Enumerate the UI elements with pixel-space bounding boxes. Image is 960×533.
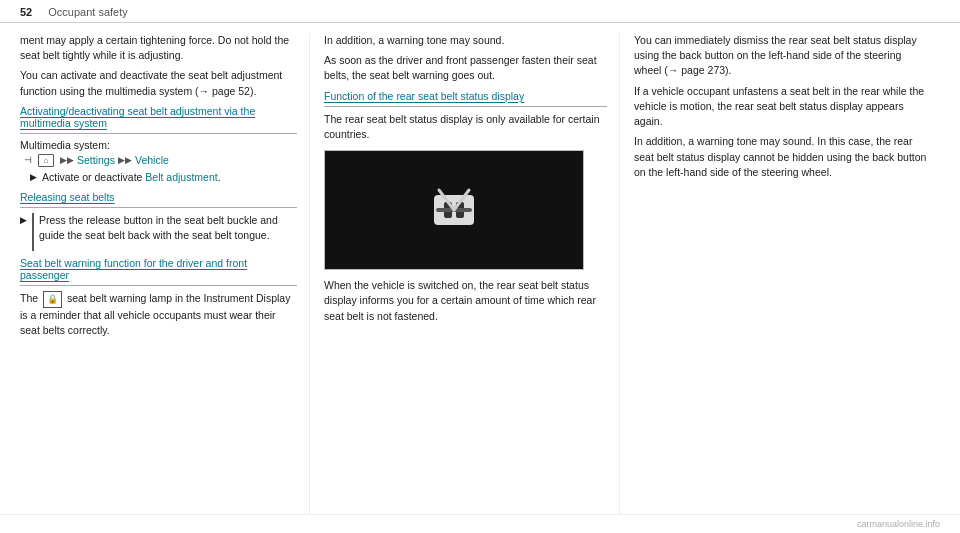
section1-heading: Activating/deactivating seat belt adjust…	[20, 105, 297, 129]
mid-column: In addition, a warning tone may sound. A…	[310, 33, 620, 514]
bullet-bar	[32, 213, 34, 251]
multimedia-bullet: ▶ Activate or deactivate Belt adjustment…	[20, 170, 297, 185]
seatbelt-icon: 🔒	[43, 291, 62, 308]
rear-seatbelt-p1: The rear seat belt status display is onl…	[324, 112, 607, 142]
divider-2	[20, 207, 297, 208]
page: 52 Occupant safety ment may apply a cert…	[0, 0, 960, 533]
section3-heading: Seat belt warning function for the drive…	[20, 257, 297, 281]
right-p2: If a vehicle occupant unfastens a seat b…	[634, 84, 928, 130]
settings-link: Settings	[77, 154, 115, 166]
below-image-text: When the vehicle is switched on, the rea…	[324, 278, 607, 324]
double-arrow-1: ▶▶	[60, 155, 74, 165]
rear-seatbelt-heading: Function of the rear seat belt status di…	[324, 90, 607, 102]
multimedia-row-1: ⊣ ⌂ ▶▶ Settings ▶▶ Vehicle	[24, 154, 297, 167]
multimedia-activate-text: Activate or deactivate Belt adjustment.	[42, 170, 221, 185]
releasing-belt-bullet: ▶ Press the release button in the seat b…	[20, 213, 297, 251]
releasing-belt-text: Press the release button in the seat bel…	[39, 213, 297, 243]
arrow-icon: ⊣	[24, 155, 32, 165]
home-icon: ⌂	[38, 154, 54, 167]
page-content: ment may apply a certain tightening forc…	[0, 23, 960, 514]
divider-3	[20, 285, 297, 286]
section2-heading: Releasing seat belts	[20, 191, 297, 203]
bullet-triangle-icon: ▶	[30, 171, 37, 184]
right-p3: In addition, a warning tone may sound. I…	[634, 134, 928, 180]
multimedia-label: Multimedia system:	[20, 139, 297, 151]
divider-1	[20, 133, 297, 134]
footer-text: carmanualonline.info	[857, 519, 940, 529]
belt-adjustment-link: Belt adjustment	[145, 171, 217, 183]
double-arrow-2: ▶▶	[118, 155, 132, 165]
bullet-triangle-icon-2: ▶	[20, 214, 27, 227]
divider-4	[324, 106, 607, 107]
right-p1: You can immediately dismiss the rear sea…	[634, 33, 928, 79]
intro-p1: ment may apply a certain tightening forc…	[20, 33, 297, 63]
left-column: ment may apply a certain tightening forc…	[0, 33, 310, 514]
page-footer: carmanualonline.info	[0, 514, 960, 533]
seatbelt-image	[324, 150, 584, 270]
mid-p2: As soon as the driver and front passenge…	[324, 53, 607, 83]
intro-p2: You can activate and deactivate the seat…	[20, 68, 297, 98]
mid-p1: In addition, a warning tone may sound.	[324, 33, 607, 48]
page-title: Occupant safety	[48, 6, 128, 18]
page-number: 52	[20, 6, 32, 18]
warning-lamp-text: The 🔒 seat belt warning lamp in the Inst…	[20, 291, 297, 338]
seatbelt-svg	[414, 170, 494, 250]
vehicle-link: Vehicle	[135, 154, 169, 166]
page-header: 52 Occupant safety	[0, 0, 960, 23]
right-column: You can immediately dismiss the rear sea…	[620, 33, 940, 514]
